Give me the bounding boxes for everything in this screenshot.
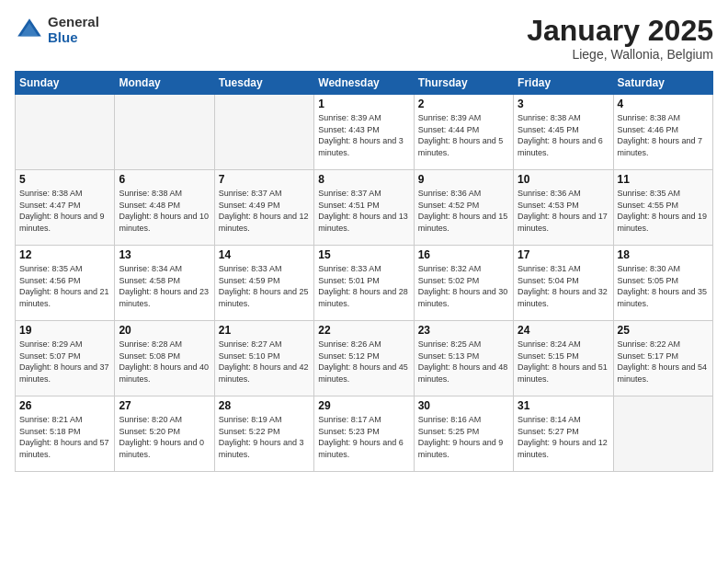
cell-0-5: 3Sunrise: 8:38 AMSunset: 4:45 PMDaylight…	[514, 95, 613, 170]
cell-3-0: 19Sunrise: 8:29 AMSunset: 5:07 PMDayligh…	[16, 321, 115, 396]
day-info: Sunrise: 8:36 AMSunset: 4:52 PMDaylight:…	[418, 188, 509, 234]
sunrise-text: Sunrise: 8:24 AM	[518, 339, 609, 350]
day-number: 23	[418, 324, 509, 337]
daylight-text: Daylight: 8 hours and 51 minutes.	[518, 362, 609, 385]
daylight-text: Daylight: 9 hours and 0 minutes.	[119, 437, 210, 460]
day-number: 17	[518, 248, 609, 261]
cell-2-6: 18Sunrise: 8:30 AMSunset: 5:05 PMDayligh…	[613, 246, 712, 321]
sunset-text: Sunset: 5:25 PM	[418, 426, 509, 438]
sunset-text: Sunset: 4:45 PM	[518, 124, 609, 136]
day-number: 7	[219, 173, 310, 186]
logo-blue-text: Blue	[48, 30, 99, 46]
sunset-text: Sunset: 4:47 PM	[19, 200, 110, 212]
cell-1-5: 10Sunrise: 8:36 AMSunset: 4:53 PMDayligh…	[514, 170, 613, 246]
daylight-text: Daylight: 8 hours and 9 minutes.	[19, 211, 110, 234]
cell-1-1: 6Sunrise: 8:38 AMSunset: 4:48 PMDaylight…	[115, 170, 214, 246]
sunrise-text: Sunrise: 8:34 AM	[119, 263, 210, 275]
sunrise-text: Sunrise: 8:33 AM	[318, 263, 409, 275]
day-number: 24	[518, 324, 609, 337]
sunrise-text: Sunrise: 8:32 AM	[418, 263, 509, 275]
sunset-text: Sunset: 5:22 PM	[219, 426, 310, 438]
sunset-text: Sunset: 4:59 PM	[219, 275, 310, 287]
daylight-text: Daylight: 9 hours and 3 minutes.	[219, 437, 310, 460]
page: General Blue January 2025 Liege, Walloni…	[0, 0, 728, 563]
sunrise-text: Sunrise: 8:37 AM	[318, 188, 409, 200]
day-info: Sunrise: 8:14 AMSunset: 5:27 PMDaylight:…	[518, 414, 609, 460]
month-title: January 2025	[527, 15, 713, 47]
day-info: Sunrise: 8:39 AMSunset: 4:44 PMDaylight:…	[418, 112, 509, 158]
daylight-text: Daylight: 8 hours and 28 minutes.	[318, 286, 409, 309]
calendar-table: Sunday Monday Tuesday Wednesday Thursday…	[15, 71, 713, 472]
sunset-text: Sunset: 5:07 PM	[19, 350, 110, 362]
sunrise-text: Sunrise: 8:28 AM	[119, 339, 210, 350]
week-row-2: 12Sunrise: 8:35 AMSunset: 4:56 PMDayligh…	[16, 246, 713, 321]
day-number: 18	[618, 248, 709, 261]
cell-2-1: 13Sunrise: 8:34 AMSunset: 4:58 PMDayligh…	[115, 246, 214, 321]
day-number: 22	[318, 324, 409, 337]
day-info: Sunrise: 8:21 AMSunset: 5:18 PMDaylight:…	[19, 414, 110, 460]
sunset-text: Sunset: 5:04 PM	[518, 275, 609, 287]
day-number: 21	[219, 324, 310, 337]
day-number: 6	[119, 173, 210, 186]
day-info: Sunrise: 8:38 AMSunset: 4:47 PMDaylight:…	[19, 188, 110, 234]
logo: General Blue	[15, 15, 99, 45]
logo-icon	[15, 16, 44, 45]
day-info: Sunrise: 8:37 AMSunset: 4:51 PMDaylight:…	[318, 188, 409, 234]
day-info: Sunrise: 8:38 AMSunset: 4:45 PMDaylight:…	[518, 112, 609, 158]
sunset-text: Sunset: 4:58 PM	[119, 275, 210, 287]
daylight-text: Daylight: 8 hours and 6 minutes.	[518, 135, 609, 158]
daylight-text: Daylight: 8 hours and 57 minutes.	[19, 437, 110, 460]
week-row-4: 26Sunrise: 8:21 AMSunset: 5:18 PMDayligh…	[16, 396, 713, 472]
cell-0-0	[16, 95, 115, 170]
daylight-text: Daylight: 8 hours and 48 minutes.	[418, 362, 509, 385]
sunrise-text: Sunrise: 8:35 AM	[19, 263, 110, 275]
cell-2-3: 15Sunrise: 8:33 AMSunset: 5:01 PMDayligh…	[314, 246, 414, 321]
day-number: 5	[19, 173, 110, 186]
day-number: 28	[219, 399, 310, 412]
daylight-text: Daylight: 8 hours and 54 minutes.	[618, 362, 709, 385]
day-info: Sunrise: 8:31 AMSunset: 5:04 PMDaylight:…	[518, 263, 609, 309]
day-number: 31	[518, 399, 609, 412]
day-number: 27	[119, 399, 210, 412]
header-monday: Monday	[115, 72, 214, 95]
day-number: 10	[518, 173, 609, 186]
daylight-text: Daylight: 8 hours and 3 minutes.	[318, 135, 409, 158]
day-number: 4	[618, 98, 709, 110]
day-number: 12	[19, 248, 110, 261]
sunset-text: Sunset: 5:13 PM	[418, 350, 509, 362]
cell-2-4: 16Sunrise: 8:32 AMSunset: 5:02 PMDayligh…	[414, 246, 513, 321]
week-row-3: 19Sunrise: 8:29 AMSunset: 5:07 PMDayligh…	[16, 321, 713, 396]
daylight-text: Daylight: 8 hours and 15 minutes.	[418, 211, 509, 234]
day-info: Sunrise: 8:26 AMSunset: 5:12 PMDaylight:…	[318, 339, 409, 385]
daylight-text: Daylight: 8 hours and 17 minutes.	[518, 211, 609, 234]
sunrise-text: Sunrise: 8:33 AM	[219, 263, 310, 275]
week-row-0: 1Sunrise: 8:39 AMSunset: 4:43 PMDaylight…	[16, 95, 713, 170]
sunrise-text: Sunrise: 8:38 AM	[518, 112, 609, 124]
sunrise-text: Sunrise: 8:25 AM	[418, 339, 509, 350]
cell-2-5: 17Sunrise: 8:31 AMSunset: 5:04 PMDayligh…	[514, 246, 613, 321]
header: General Blue January 2025 Liege, Walloni…	[15, 15, 713, 62]
day-number: 14	[219, 248, 310, 261]
header-tuesday: Tuesday	[214, 72, 313, 95]
week-row-1: 5Sunrise: 8:38 AMSunset: 4:47 PMDaylight…	[16, 170, 713, 246]
sunset-text: Sunset: 5:15 PM	[518, 350, 609, 362]
day-info: Sunrise: 8:37 AMSunset: 4:49 PMDaylight:…	[219, 188, 310, 234]
daylight-text: Daylight: 8 hours and 37 minutes.	[19, 362, 110, 385]
sunrise-text: Sunrise: 8:38 AM	[119, 188, 210, 200]
cell-2-2: 14Sunrise: 8:33 AMSunset: 4:59 PMDayligh…	[214, 246, 313, 321]
sunrise-text: Sunrise: 8:29 AM	[19, 339, 110, 350]
day-number: 3	[518, 98, 609, 110]
sunrise-text: Sunrise: 8:27 AM	[219, 339, 310, 350]
sunset-text: Sunset: 4:53 PM	[518, 200, 609, 212]
sunset-text: Sunset: 4:44 PM	[418, 124, 509, 136]
day-info: Sunrise: 8:33 AMSunset: 5:01 PMDaylight:…	[318, 263, 409, 309]
sunrise-text: Sunrise: 8:31 AM	[518, 263, 609, 275]
day-info: Sunrise: 8:27 AMSunset: 5:10 PMDaylight:…	[219, 339, 310, 385]
day-number: 30	[418, 399, 509, 412]
sunset-text: Sunset: 4:52 PM	[418, 200, 509, 212]
day-number: 29	[318, 399, 409, 412]
cell-3-6: 25Sunrise: 8:22 AMSunset: 5:17 PMDayligh…	[613, 321, 712, 396]
header-wednesday: Wednesday	[314, 72, 414, 95]
daylight-text: Daylight: 9 hours and 6 minutes.	[318, 437, 409, 460]
daylight-text: Daylight: 8 hours and 45 minutes.	[318, 362, 409, 385]
